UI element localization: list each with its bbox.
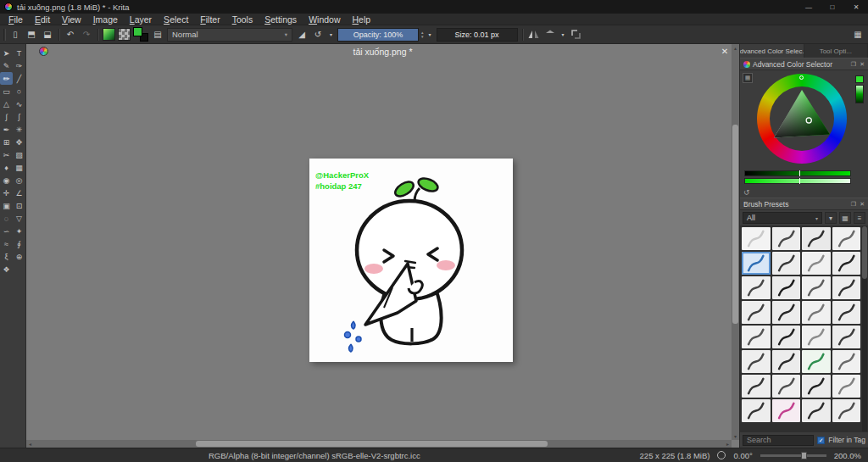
brush-preset-thumbnail[interactable] bbox=[742, 276, 771, 299]
enclose-fill-tool[interactable]: ◎ bbox=[13, 174, 25, 186]
close-docker-icon[interactable]: ✕ bbox=[860, 61, 865, 68]
chevron-down-icon[interactable]: ▾ bbox=[426, 28, 434, 42]
float-docker-icon[interactable]: ❐ bbox=[851, 61, 856, 68]
brush-preset-thumbnail[interactable] bbox=[802, 375, 831, 398]
shade-strip[interactable] bbox=[855, 85, 864, 103]
menu-help[interactable]: Help bbox=[346, 14, 376, 25]
brush-preset-thumbnail[interactable] bbox=[802, 399, 831, 422]
fill-tool[interactable]: ◉ bbox=[0, 174, 13, 186]
close-docker-icon[interactable]: ✕ bbox=[860, 201, 865, 208]
color-history-icon[interactable]: ▦ bbox=[743, 73, 753, 83]
value-slider[interactable] bbox=[744, 170, 851, 176]
polygon-tool[interactable]: △ bbox=[0, 97, 13, 110]
chevron-down-icon[interactable]: ▾ bbox=[327, 28, 335, 42]
hue-ring[interactable] bbox=[757, 74, 847, 164]
scroll-up-icon[interactable]: ▴ bbox=[732, 44, 739, 52]
vertical-scroll-thumb[interactable] bbox=[732, 125, 738, 324]
brush-grid-scrollbar[interactable] bbox=[862, 226, 867, 431]
menu-settings[interactable]: Settings bbox=[259, 14, 303, 25]
transform-tool[interactable]: ⊞ bbox=[0, 136, 13, 148]
edit-shapes-tool[interactable]: ✎ bbox=[0, 59, 13, 72]
brush-preset-thumbnail[interactable] bbox=[832, 375, 861, 398]
brush-preset-thumbnail[interactable] bbox=[772, 227, 801, 250]
horizontal-scrollbar[interactable]: ◂ ▸ bbox=[26, 440, 732, 448]
horizontal-scroll-thumb[interactable] bbox=[196, 441, 548, 447]
brush-preset-thumbnail[interactable] bbox=[742, 399, 771, 422]
brush-preset-thumbnail[interactable] bbox=[802, 301, 831, 324]
saturation-value-triangle[interactable] bbox=[771, 87, 833, 150]
tag-tool-icon[interactable]: ▾ bbox=[825, 212, 837, 224]
crop-tool[interactable]: ✂ bbox=[0, 148, 13, 161]
menu-image[interactable]: Image bbox=[87, 14, 124, 25]
similar-color-selection-tool[interactable]: ≈ bbox=[0, 237, 13, 250]
new-document-icon[interactable]: ▯ bbox=[8, 28, 22, 42]
last-color-swatch[interactable] bbox=[855, 75, 864, 83]
ellipse-tool[interactable]: ○ bbox=[13, 85, 25, 97]
scroll-down-icon[interactable]: ▾ bbox=[732, 432, 739, 440]
dynamic-brush-tool[interactable]: ✒ bbox=[0, 123, 13, 136]
polyline-tool[interactable]: ∿ bbox=[13, 97, 25, 110]
calligraphy-tool[interactable]: ✑ bbox=[13, 59, 25, 72]
brush-chooser-icon[interactable]: ▤ bbox=[151, 28, 164, 42]
brush-preset-thumbnail[interactable] bbox=[742, 326, 771, 348]
workspace-chooser-icon[interactable]: ▦ bbox=[851, 28, 865, 42]
brush-preset-thumbnail[interactable] bbox=[772, 276, 801, 299]
opacity-spinner[interactable]: ▴▾ bbox=[421, 31, 424, 39]
pan-tool[interactable]: ❖ bbox=[0, 263, 13, 276]
wrap-around-mode-icon[interactable] bbox=[570, 28, 583, 42]
canvas-angle[interactable]: 0.00° bbox=[733, 451, 752, 460]
brush-preset-thumbnail[interactable] bbox=[802, 252, 831, 275]
refresh-color-icon[interactable]: ↺ bbox=[743, 188, 750, 197]
bezier-selection-tool[interactable]: ∮ bbox=[13, 237, 25, 250]
brush-preset-thumbnail[interactable] bbox=[772, 326, 801, 348]
brush-grid-scroll-thumb[interactable] bbox=[862, 226, 867, 279]
tab-advanced-color-selector[interactable]: Advanced Color Selec... bbox=[740, 44, 804, 58]
tab-tool-options[interactable]: Tool Opti... bbox=[804, 44, 868, 58]
freehand-path-tool[interactable]: ʃ bbox=[13, 110, 25, 123]
save-document-icon[interactable]: ⬓ bbox=[41, 28, 54, 42]
brush-preset-thumbnail[interactable] bbox=[802, 227, 831, 250]
menu-select[interactable]: Select bbox=[158, 14, 194, 25]
gradient-tool[interactable]: ▧ bbox=[13, 148, 25, 161]
text-tool[interactable]: T bbox=[13, 47, 25, 59]
brush-preset-thumbnail[interactable] bbox=[832, 399, 861, 422]
close-document-icon[interactable]: ✕ bbox=[719, 45, 731, 57]
brush-preset-thumbnail[interactable] bbox=[742, 301, 771, 324]
brush-preset-thumbnail[interactable] bbox=[742, 227, 771, 250]
brush-preset-thumbnail[interactable] bbox=[742, 350, 771, 373]
toolbar-handle[interactable] bbox=[3, 29, 6, 41]
assistants-tool[interactable]: ✛ bbox=[0, 186, 13, 199]
pattern-edit-tool[interactable]: ▦ bbox=[13, 161, 25, 174]
brush-size-slider[interactable]: Size: 0.01 px bbox=[437, 28, 518, 42]
close-button[interactable]: ✕ bbox=[844, 0, 868, 14]
gradient-chooser[interactable] bbox=[103, 28, 115, 41]
mirror-vertical-icon[interactable] bbox=[543, 28, 557, 42]
zoom-slider[interactable] bbox=[760, 454, 826, 457]
zoom-level[interactable]: 200.0% bbox=[834, 451, 861, 460]
canvas[interactable]: @HackerProX #hoidap 247 bbox=[309, 159, 513, 362]
elliptical-selection-tool[interactable]: ◌ bbox=[0, 212, 13, 225]
blend-mode-dropdown[interactable]: Normal ▾ bbox=[167, 28, 292, 42]
grid-view-icon[interactable]: ▦ bbox=[839, 212, 851, 224]
scroll-right-icon[interactable]: ▸ bbox=[724, 440, 732, 448]
move-tool[interactable]: ✥ bbox=[13, 136, 25, 148]
foreground-background-colors[interactable] bbox=[133, 27, 148, 42]
color-sampler-tool[interactable]: ♦ bbox=[0, 161, 13, 174]
measure-tool[interactable]: ∠ bbox=[13, 186, 25, 199]
filter-in-tag-checkbox[interactable]: ✓ bbox=[817, 437, 825, 444]
magnetic-selection-tool[interactable]: ξ bbox=[0, 250, 13, 263]
minimize-button[interactable]: — bbox=[797, 0, 821, 14]
pattern-chooser[interactable] bbox=[118, 28, 131, 41]
polygonal-selection-tool[interactable]: ▽ bbox=[13, 212, 25, 225]
brush-preset-thumbnail[interactable] bbox=[802, 350, 831, 373]
brush-preset-thumbnail[interactable] bbox=[832, 301, 861, 324]
brush-preset-thumbnail[interactable] bbox=[832, 252, 861, 275]
vertical-scrollbar[interactable]: ▴ ▾ bbox=[732, 44, 739, 440]
freehand-brush-tool[interactable]: ✏ bbox=[0, 72, 13, 85]
zoom-slider-thumb[interactable] bbox=[801, 452, 807, 459]
menu-file[interactable]: File bbox=[3, 14, 29, 25]
rectangular-selection-tool[interactable]: ⊡ bbox=[13, 199, 25, 212]
contiguous-selection-tool[interactable]: ✦ bbox=[13, 225, 25, 237]
list-view-icon[interactable]: ≡ bbox=[854, 212, 865, 224]
brush-preset-thumbnail[interactable] bbox=[832, 326, 861, 348]
